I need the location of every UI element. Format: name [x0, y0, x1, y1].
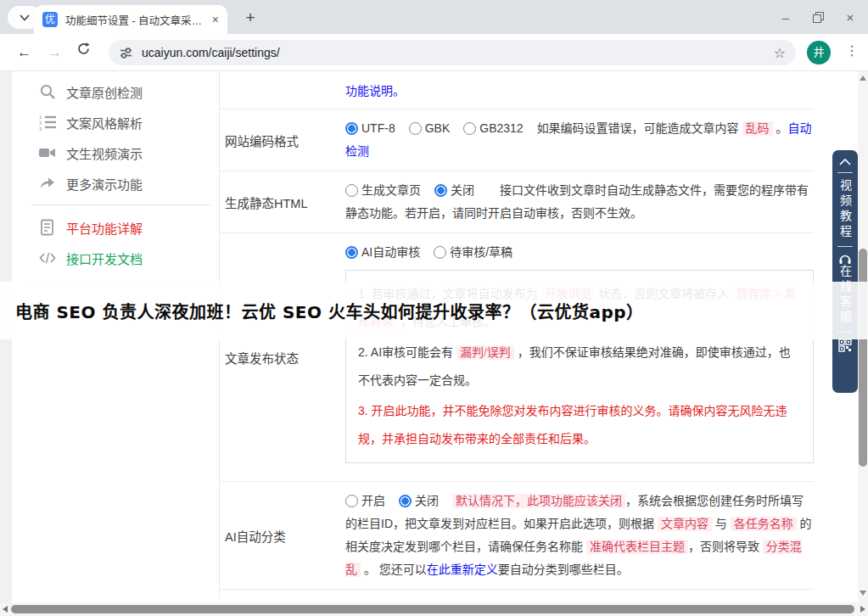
radio-label: 生成文章页 — [361, 183, 421, 197]
row-label: 网站编码格式 — [220, 109, 345, 171]
radio-unselected-icon[interactable] — [345, 184, 358, 197]
radio-label: 关闭 — [415, 494, 439, 507]
row-value: 生成文章页关闭 接口文件收到文章时自动生成静态文件，需要您的程序带有静态功能。若… — [345, 171, 814, 232]
radio-label: AI自动审核 — [361, 245, 420, 259]
inline-link[interactable]: 在此重新定义 — [427, 563, 498, 576]
new-tab-button[interactable]: + — [241, 8, 260, 27]
radio-selected-icon[interactable] — [345, 122, 358, 135]
ordered-list-icon: 123 — [39, 114, 56, 131]
svg-text:3: 3 — [39, 126, 42, 131]
subtitle-overlay: 电商 SEO 负责人深夜加班！云优 SEO 火车头如何提升收录率？（云优货app… — [0, 282, 868, 339]
radio-option[interactable]: GBK — [409, 121, 451, 135]
horizontal-scroll-thumb[interactable] — [11, 605, 854, 613]
radio-label: GBK — [425, 121, 451, 135]
qr-code-icon[interactable] — [838, 339, 852, 352]
sidebar-item-label: 平台功能详解 — [66, 219, 143, 237]
sidebar-item-label: 更多演示功能 — [66, 175, 143, 193]
row-label: AI自动分类 — [220, 482, 345, 589]
floatbar-rule — [837, 172, 853, 173]
radio-unselected-icon[interactable] — [434, 246, 446, 259]
bookmark-star-icon[interactable]: ☆ — [774, 45, 786, 61]
sidebar-item-label: 文章原创检测 — [66, 83, 143, 101]
sidebar: 文章原创检测 123 文案风格解析 文生视频演示 更多演示功能 平台功能详解 — [12, 76, 219, 293]
text-segment: 如果编码设置错误，可能造成文章内容 — [537, 121, 742, 135]
restore-icon[interactable] — [812, 11, 824, 23]
minimize-icon[interactable]: – — [780, 11, 792, 23]
row-static-html: 生成静态HTML 生成文章页关闭 接口文件收到文章时自动生成静态文件，需要您的程… — [220, 171, 814, 233]
row-auto-category: AI自动分类 开启关闭默认情况下，此项功能应该关闭，系统会根据您创建任务时所填写… — [220, 482, 814, 590]
radio-option[interactable]: 生成文章页 — [345, 183, 421, 197]
intro-row: 功能说明。 — [220, 71, 814, 109]
text-segment: 2. AI审核可能会有 — [358, 345, 456, 359]
close-window-icon[interactable]: × — [844, 11, 856, 23]
scroll-up-arrow-icon[interactable] — [860, 76, 866, 81]
scroll-left-arrow-icon[interactable] — [3, 606, 8, 613]
radio-selected-icon[interactable] — [345, 246, 358, 259]
radio-selected-icon[interactable] — [434, 184, 447, 197]
tab-close-icon[interactable]: × — [212, 13, 219, 26]
site-favicon: 优 — [42, 12, 58, 27]
sidebar-item-text-to-video[interactable]: 文生视频演示 — [12, 137, 219, 168]
browser-menu-icon[interactable]: ⋮ — [845, 42, 859, 59]
sidebar-item-more-demos[interactable]: 更多演示功能 — [12, 168, 219, 199]
scroll-right-arrow-icon[interactable] — [860, 606, 865, 613]
radio-selected-icon[interactable] — [399, 495, 412, 507]
video-tutorial-link[interactable]: 视频教程 — [837, 179, 854, 240]
back-icon[interactable]: ← — [17, 44, 31, 61]
radio-option[interactable]: GB2312 — [463, 121, 523, 135]
subtitle-text: 电商 SEO 负责人深夜加班！云优 SEO 火车头如何提升收录率？（云优货app… — [15, 299, 644, 323]
sidebar-item-style-analysis[interactable]: 123 文案风格解析 — [12, 107, 219, 137]
radio-option[interactable]: AI自动审核 — [345, 245, 420, 259]
row-publish-status: 文章发布状态 AI自动审核待审核/草稿 1. 若审核通过，文章将自动发布为 开放… — [220, 233, 814, 482]
text-segment: 。 — [773, 121, 788, 135]
address-bar[interactable]: ucaiyun.com/caiji/settings/ ☆ — [109, 40, 796, 65]
sidebar-item-originality-check[interactable]: 文章原创检测 — [12, 76, 219, 107]
page-viewport: 文章原创检测 123 文案风格解析 文生视频演示 更多演示功能 平台功能详解 — [0, 71, 868, 616]
scroll-down-arrow-icon[interactable] — [860, 591, 866, 596]
url-text[interactable]: ucaiyun.com/caiji/settings/ — [142, 46, 774, 59]
text-segment: 乱码 — [742, 121, 773, 136]
floatbar-rule — [837, 246, 853, 247]
horizontal-scrollbar[interactable] — [0, 602, 868, 616]
sidebar-item-label: 文生视频演示 — [66, 144, 143, 162]
text-segment: 准确代表栏目主题 — [586, 540, 688, 554]
browser-window: 优 功能细节设置 - 自动文章采集器 × + – × ← → ucaiyun.c… — [0, 0, 868, 616]
radio-label: GB2312 — [479, 121, 523, 135]
text-segment: 3. 开启此功能，并不能免除您对发布内容进行审核的义务。请确保内容无风险无违规，… — [358, 404, 787, 445]
radio-option[interactable]: 关闭 — [434, 183, 474, 197]
text-segment: 文章内容 — [658, 517, 712, 531]
text-segment: 各任务名称 — [731, 517, 797, 531]
search-icon — [39, 83, 56, 100]
radio-option[interactable]: 开启 — [345, 494, 385, 507]
profile-avatar[interactable]: 井 — [807, 41, 831, 64]
video-icon — [39, 144, 56, 161]
headset-icon — [838, 253, 852, 265]
forward-icon[interactable]: → — [48, 44, 62, 61]
radio-option[interactable]: 关闭 — [399, 494, 439, 507]
note-2: 2. AI审核可能会有 漏判/误判 ，我们不保证审核结果绝对准确，即使审核通过，… — [358, 339, 801, 395]
collapse-up-icon[interactable] — [838, 158, 852, 166]
reload-glyph — [76, 42, 91, 56]
sidebar-rule — [31, 204, 210, 205]
radio-label: UTF-8 — [361, 121, 395, 135]
radio-unselected-icon[interactable] — [463, 122, 476, 135]
text-segment: 与 — [712, 517, 731, 530]
settings-table: 功能说明。 网站编码格式 UTF-8GBKGB2312如果编码设置错误，可能造成… — [220, 71, 814, 616]
radio-unselected-icon[interactable] — [345, 495, 358, 507]
window-controls: – × — [780, 0, 856, 34]
radio-option[interactable]: UTF-8 — [345, 121, 395, 135]
active-tab[interactable]: 优 功能细节设置 - 自动文章采集器 × — [34, 5, 227, 34]
sidebar-item-platform-features[interactable]: 平台功能详解 — [12, 212, 219, 243]
restore-glyph — [813, 12, 824, 23]
radio-option[interactable]: 待审核/草稿 — [434, 245, 512, 259]
document-icon — [39, 219, 56, 236]
radio-unselected-icon[interactable] — [409, 122, 422, 135]
text-segment: 要自动分类到哪些栏目。 — [498, 563, 629, 576]
sidebar-item-api-docs[interactable]: 接口开发文档 — [12, 243, 219, 273]
tune-icon[interactable] — [119, 46, 133, 60]
feature-description-link[interactable]: 功能说明。 — [345, 81, 405, 98]
row-encoding: 网站编码格式 UTF-8GBKGB2312如果编码设置错误，可能造成文章内容 乱… — [220, 109, 814, 171]
reload-icon[interactable] — [76, 42, 91, 56]
row-value: AI自动审核待审核/草稿 1. 若审核通过，文章将自动发布为 开放浏览 状态，否… — [345, 233, 814, 481]
row-label: 文章发布状态 — [220, 233, 345, 481]
